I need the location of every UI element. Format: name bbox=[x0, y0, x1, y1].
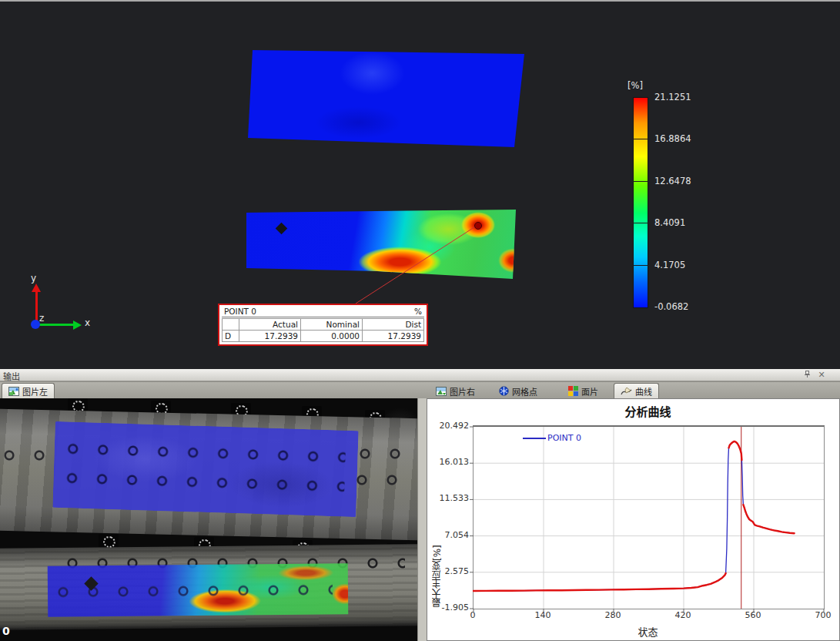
chart-x-axis-title: 状态 bbox=[473, 624, 823, 639]
annotation-corner-cell bbox=[223, 319, 239, 331]
chart-area: 分析曲线 最大主应变[%] 状态 POINT 0 20.49216.01311.… bbox=[427, 399, 840, 641]
x-axis-arrowhead bbox=[73, 320, 82, 330]
tab-curve[interactable]: 曲线 bbox=[614, 383, 659, 399]
colorbar-tick-label: 12.6478 bbox=[654, 176, 708, 186]
marker-ring-row bbox=[356, 474, 414, 486]
grid-points-icon bbox=[499, 386, 509, 396]
annotation-col-nominal: Nominal bbox=[301, 319, 363, 331]
marker-ring-row bbox=[65, 472, 345, 492]
image-right-icon bbox=[436, 387, 447, 396]
viewport-3d[interactable]: y x z [%] 21.1251 16.8864 12.6478 8.4091… bbox=[0, 2, 840, 369]
application-window: y x z [%] 21.1251 16.8864 12.6478 8.4091… bbox=[0, 0, 840, 641]
dic-overlay-lower bbox=[48, 563, 349, 616]
x-tick-label: 560 bbox=[736, 610, 770, 620]
bottom-tab-row: 图片左 图片右 网格点 面片 曲线 bbox=[0, 381, 840, 398]
z-axis-label: z bbox=[39, 313, 44, 324]
x-tick-label: 280 bbox=[596, 610, 630, 620]
annotation-col-actual: Actual bbox=[239, 319, 301, 331]
marker-ring-row bbox=[66, 442, 346, 463]
colorbar-unit-label: [%] bbox=[627, 80, 643, 91]
tab-image-left[interactable]: 图片左 bbox=[2, 383, 55, 399]
close-icon[interactable]: ✕ bbox=[816, 370, 827, 380]
tab-curve-label: 曲线 bbox=[635, 385, 652, 398]
y-tick-label: 11.533 bbox=[427, 493, 469, 503]
colorbar-tick-label: 8.4091 bbox=[654, 217, 708, 228]
pin-icon[interactable] bbox=[802, 370, 812, 380]
legend-series-label: POINT 0 bbox=[547, 433, 581, 443]
coordinate-triad: y x z bbox=[23, 277, 100, 333]
image-icon bbox=[8, 387, 19, 396]
annotation-actual-value: 17.2939 bbox=[239, 331, 301, 342]
x-tick-label: 0 bbox=[456, 610, 490, 620]
plot-area[interactable] bbox=[473, 425, 825, 609]
colorbar-tick-label: -0.0682 bbox=[654, 301, 708, 312]
x-tick-label: 140 bbox=[526, 610, 560, 620]
annotation-title: POINT 0 bbox=[224, 307, 256, 316]
facets-icon bbox=[568, 386, 578, 396]
curve-plot-svg bbox=[474, 427, 824, 609]
colorbar-tickmark bbox=[633, 265, 648, 266]
annotation-dist-value: 17.2939 bbox=[363, 331, 424, 342]
tab-grid-points-label: 网格点 bbox=[512, 385, 537, 398]
x-axis-arrow bbox=[38, 324, 74, 326]
annotation-unit: % bbox=[414, 307, 422, 316]
frame-number-label: 0 bbox=[2, 625, 10, 637]
chart-title: 分析曲线 bbox=[473, 403, 823, 419]
colorbar-tickmark bbox=[633, 181, 648, 182]
colorbar-tick-label: 21.1251 bbox=[654, 92, 708, 102]
annotation-col-dist: Dist bbox=[363, 319, 424, 331]
y-tick-label: 16.013 bbox=[427, 457, 469, 467]
x-tick-label: 420 bbox=[666, 610, 700, 620]
y-axis-arrowhead bbox=[32, 284, 41, 292]
annotation-nominal-value: 0.0000 bbox=[301, 331, 363, 342]
annotation-row-label: D bbox=[223, 331, 239, 342]
dic-overlay-upper bbox=[52, 421, 358, 517]
output-panel-title: 输出 bbox=[3, 370, 20, 382]
panel-splitter[interactable] bbox=[417, 398, 427, 641]
tab-image-left-label: 图片左 bbox=[22, 385, 48, 398]
colorbar-tickmark bbox=[633, 139, 648, 139]
strain-colorbar: [%] 21.1251 16.8864 12.6478 8.4091 4.170… bbox=[625, 80, 718, 315]
specimen-top-strain-surface bbox=[248, 49, 524, 147]
marker-ring-row bbox=[3, 449, 48, 461]
colorbar-gradient[interactable] bbox=[633, 97, 648, 308]
marker-ring-row bbox=[359, 448, 414, 460]
output-panel-titlebar: 输出 ✕ bbox=[0, 369, 840, 381]
camera-image-left-view[interactable]: 0 bbox=[0, 398, 417, 641]
chart-legend: POINT 0 bbox=[523, 433, 581, 443]
colorbar-tickmark bbox=[633, 223, 648, 223]
point0-annotation-table[interactable]: POINT 0 % Actual Nominal Dist D 17.2939 … bbox=[218, 304, 428, 346]
tab-image-right-label: 图片右 bbox=[450, 385, 475, 398]
tab-facets-label: 面片 bbox=[581, 385, 598, 398]
x-axis-label: x bbox=[85, 317, 90, 328]
specimen-bottom-strain-surface bbox=[246, 208, 516, 279]
y-tick-label: 7.054 bbox=[427, 530, 469, 540]
colorbar-tick-label: 4.1705 bbox=[654, 260, 708, 270]
tab-facets[interactable]: 面片 bbox=[562, 383, 604, 399]
marker-ring-row bbox=[57, 584, 333, 599]
chart-y-axis-title: 最大主应变[%] bbox=[430, 425, 443, 607]
analysis-curve-panel: 分析曲线 最大主应变[%] 状态 POINT 0 20.49216.01311.… bbox=[427, 398, 840, 641]
y-tick-label: 20.492 bbox=[427, 421, 469, 431]
legend-line-swatch bbox=[523, 438, 546, 439]
curve-icon bbox=[621, 387, 632, 396]
tab-image-right[interactable]: 图片右 bbox=[430, 383, 481, 399]
point0-marker[interactable] bbox=[474, 222, 482, 230]
tab-grid-points[interactable]: 网格点 bbox=[493, 383, 544, 399]
y-axis-label: y bbox=[31, 273, 36, 284]
annotation-values-table: Actual Nominal Dist D 17.2939 0.0000 17.… bbox=[222, 318, 424, 342]
y-tick-label: 2.575 bbox=[427, 566, 469, 576]
colorbar-tick-label: 16.8864 bbox=[654, 133, 708, 144]
x-tick-label: 700 bbox=[806, 610, 840, 620]
